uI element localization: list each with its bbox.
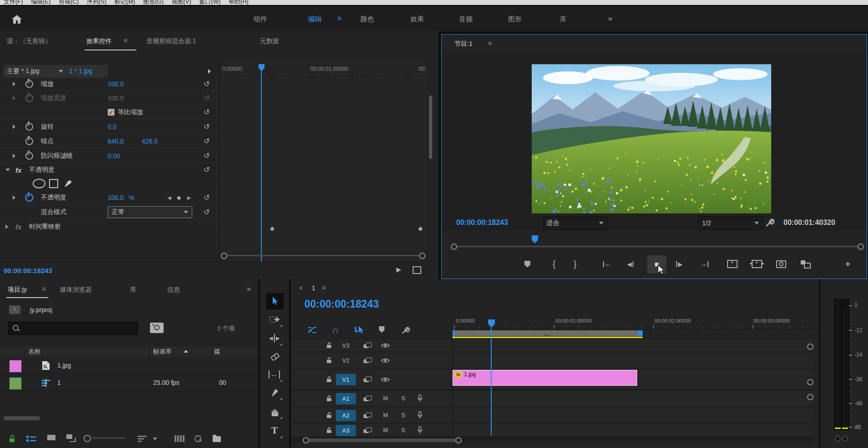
tool-track-select-forward[interactable] [266,312,284,328]
track-lock-icon[interactable] [326,427,332,433]
timeline-zoom-scrollbar-end[interactable] [638,330,643,336]
playback-resolution-dropdown[interactable]: 1/2 [698,216,763,230]
zoom-slider-handle[interactable] [84,435,91,442]
project-root-icon[interactable]: ↑ [9,305,20,314]
menu-edit[interactable]: 编辑(E) [31,0,50,5]
find-icon[interactable] [195,435,201,442]
settings-wrench-icon[interactable] [765,218,774,227]
clip-fx-badge-icon[interactable]: fx [455,372,462,378]
sync-lock-icon[interactable] [364,377,371,383]
go-to-in-button[interactable]: ← [603,256,612,272]
tool-razor[interactable] [266,348,284,365]
workspace-overflow-icon[interactable]: » [608,14,612,23]
blend-mode-dropdown[interactable]: 正常 [108,206,192,218]
menu-clip[interactable]: 剪辑(C) [59,0,79,5]
column-name[interactable]: 名称 [28,348,40,356]
scroll-handle-left[interactable] [303,437,309,443]
project-item-row[interactable]: 1.jpg [0,357,258,375]
label-color-swatch[interactable] [9,360,22,373]
sub-clip-label[interactable]: 1 * 1.jpg [69,67,92,75]
expand-icon[interactable] [13,96,15,100]
track-row-a1[interactable]: A1 M S [291,390,813,407]
extract-button[interactable]: ▲◀▶ [752,256,762,272]
linked-selection-icon[interactable] [354,325,364,334]
ec-horizontal-scrollbar[interactable] [227,255,420,256]
expand-icon[interactable] [13,195,15,200]
item-name[interactable]: 1.jpg [57,362,71,369]
search-input[interactable] [8,322,138,335]
uniform-scale-checkbox[interactable]: ✓ [108,109,115,115]
tool-type[interactable]: T [266,423,284,439]
workspace-tab-editing[interactable]: 编辑 [308,15,322,24]
play-audio-icon[interactable]: ▶ [396,266,401,273]
timeline-ruler[interactable]: 0:00000 00:00:01:00000 00:00:02:00000 00… [453,315,819,329]
stopwatch-icon[interactable] [25,152,33,159]
expand-icon[interactable] [13,124,15,129]
tab-project[interactable]: 项目:jy [8,286,27,294]
reset-icon[interactable]: ↺ [204,153,210,159]
track-visibility-eye-icon[interactable] [381,358,390,363]
ec-timecode[interactable]: 00:00:00:18243 [4,267,52,274]
anchor-y-value[interactable]: 426.5 [142,138,158,145]
tool-slip[interactable]: ↔ [266,367,284,383]
project-writable-lock-icon[interactable] [9,435,16,443]
scrubber-handle-left[interactable] [451,244,457,250]
lift-button[interactable]: ▲ [727,256,738,272]
prev-keyframe-icon[interactable]: ◀ [167,194,171,200]
sync-lock-icon[interactable] [364,428,371,433]
reset-icon[interactable]: ↺ [204,194,210,201]
compare-view-button[interactable] [801,256,810,272]
expand-icon[interactable] [13,82,15,86]
find-in-bin-button[interactable] [150,323,164,333]
keyframe-icon[interactable]: ◆ [418,225,423,232]
mark-out-button[interactable]: } [574,256,577,272]
reset-icon[interactable]: ↺ [204,138,210,144]
timeline-view-toggle-icon[interactable] [208,69,211,74]
sync-lock-icon[interactable] [364,413,371,418]
tool-hand[interactable] [266,404,284,420]
anchor-x-value[interactable]: 640.0 [108,138,124,145]
export-frame-button[interactable] [776,256,786,272]
reset-icon[interactable]: ↺ [204,95,210,101]
mark-in-button[interactable]: { [553,256,556,272]
timeline-settings-wrench-icon[interactable] [402,326,410,334]
voiceover-mic-icon[interactable] [417,411,423,419]
workspace-tab-color[interactable]: 颜色 [360,15,374,24]
workspace-tab-audio[interactable]: 音频 [459,15,473,24]
step-forward-button[interactable]: ▶ [676,256,683,272]
voiceover-mic-icon[interactable] [417,394,423,402]
pen-mask-icon[interactable] [64,179,73,188]
panel-menu-icon[interactable]: ≡ [124,37,127,44]
expand-icon[interactable] [5,224,8,229]
project-item-row[interactable]: 1 25.00 fps 00 [0,374,258,392]
panel-overflow-icon[interactable]: » [247,285,251,293]
track-row-a2[interactable]: A2 M S [291,407,813,424]
property-value[interactable]: 0.00 [108,152,120,159]
list-view-icon[interactable] [26,435,36,443]
property-value[interactable]: 0.0 [108,123,116,130]
clip-dropdown-icon[interactable] [59,70,63,73]
scroll-handle-left[interactable] [221,253,227,259]
sync-lock-icon[interactable] [364,358,371,363]
reset-icon[interactable]: ↺ [204,109,210,115]
menu-graphics[interactable]: 图形(G) [143,0,164,5]
timeline-horizontal-scrollbar[interactable] [308,438,457,442]
track-row-v2[interactable]: V2 [291,352,813,369]
master-clip-label[interactable]: 主要 * 1.jpg [7,67,40,75]
reset-icon[interactable]: ↺ [204,209,210,215]
track-row-v1[interactable]: V1 fx 1.jpg [291,369,813,390]
freeform-view-icon[interactable] [66,434,72,439]
stopwatch-icon[interactable] [25,137,33,145]
automate-to-sequence-icon[interactable] [175,435,185,442]
fit-dropdown[interactable]: 适合 [543,216,608,230]
scrubber-handle-right[interactable] [858,244,864,250]
column-media[interactable]: 媒 [214,348,220,356]
project-file-name[interactable]: jy.prproj [30,306,52,314]
keyframe-icon[interactable]: ◆ [270,225,274,232]
rect-mask-icon[interactable] [49,179,58,188]
add-keyframe-icon[interactable]: ◆ [177,194,181,201]
track-target-v3[interactable]: V3 [336,340,356,351]
zoom-slider-track[interactable] [92,438,126,438]
stopwatch-icon[interactable] [25,94,33,102]
ec-keyframe-area[interactable]: 0:00000 00:00:01:00000 00: ◆ ◆ [219,62,427,262]
